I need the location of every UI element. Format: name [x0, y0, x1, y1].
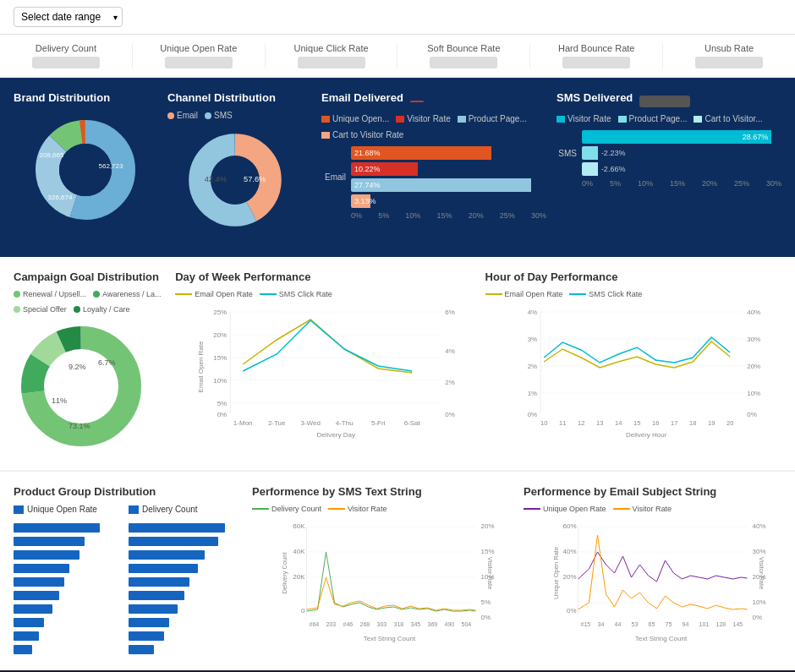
- metric-label-delivery: Delivery Count: [0, 43, 132, 53]
- svg-rect-77: [14, 577, 64, 587]
- svg-text:326,674: 326,674: [48, 194, 73, 201]
- channel-legend: Email SMS: [167, 111, 311, 120]
- hod-email: Email Open Rate: [485, 290, 563, 298]
- svg-text:6-Sat: 6-Sat: [404, 419, 421, 427]
- email-stacked-row1: 21.68%: [351, 146, 546, 160]
- svg-text:303: 303: [377, 621, 387, 627]
- sms-axis-15: 15%: [670, 179, 685, 188]
- svg-rect-80: [14, 618, 44, 627]
- metric-value-delivery: [32, 57, 100, 68]
- email-stacked-row3: 27.74%: [351, 178, 546, 192]
- axis-5: 5%: [378, 211, 389, 220]
- metric-value-click: [298, 57, 365, 68]
- esl-visitor-label: Visitor Rate: [633, 505, 672, 513]
- email-delivered-card: Email Delivered Unique Open... Visitor R…: [321, 91, 546, 243]
- cg-renewal: Renewal / Upsell...: [14, 290, 86, 298]
- product-right-chart: Delivery Count: [129, 505, 238, 657]
- svg-text:10%: 10%: [753, 598, 766, 606]
- svg-text:44: 44: [615, 621, 622, 627]
- channel-distribution-title: Channel Distribution: [167, 91, 311, 104]
- sms-bar-visitor-val: 28.67%: [739, 133, 772, 141]
- svg-text:40%: 40%: [753, 522, 766, 530]
- el-visitor: Visitor Rate: [396, 114, 451, 123]
- svg-text:34: 34: [598, 621, 605, 627]
- svg-text:3-Wed: 3-Wed: [301, 419, 321, 427]
- brand-donut: 562,723 326,674 208,665: [26, 111, 145, 229]
- cg-renewal-dot: [14, 291, 20, 298]
- bottom-section: Product Group Distribution Unique Open R…: [0, 472, 795, 670]
- dow-email: Email Open Rate: [175, 290, 253, 298]
- svg-text:11: 11: [559, 419, 566, 427]
- svg-rect-82: [14, 645, 32, 654]
- esl-open-label: Unique Open Rate: [543, 505, 606, 513]
- hod-email-label: Email Open Rate: [505, 290, 563, 298]
- svg-text:19: 19: [708, 419, 715, 427]
- svg-text:0%: 0%: [445, 411, 455, 418]
- svg-text:65: 65: [649, 621, 655, 627]
- sms-delivered-title: SMS Delivered: [556, 91, 633, 104]
- el-cart: Cart to Visitor Rate: [321, 130, 403, 139]
- product-left-legend-icon: [14, 505, 24, 514]
- svg-text:268: 268: [360, 621, 370, 627]
- svg-text:53: 53: [632, 621, 639, 627]
- metric-value-hard: [562, 57, 630, 68]
- el-visitor-icon: [396, 116, 404, 123]
- svg-rect-87: [129, 577, 189, 587]
- esl-open-line: [524, 508, 540, 510]
- svg-text:20%: 20%: [747, 363, 760, 370]
- svg-text:15: 15: [633, 419, 640, 427]
- dark-section: Brand Distribution 562,723 326,674 208,6…: [0, 78, 795, 257]
- email-axis-labels: 0% 5% 10% 15% 20% 25% 30%: [351, 211, 546, 220]
- svg-text:Unique Open Rate: Unique Open Rate: [552, 547, 560, 599]
- sms-legend-label: SMS: [214, 111, 233, 120]
- esl-visitor-line: [613, 508, 630, 510]
- svg-text:Text String Count: Text String Count: [635, 635, 688, 642]
- date-range-select[interactable]: Select date range: [14, 7, 123, 27]
- svg-text:12: 12: [578, 419, 584, 427]
- product-left-chart: Unique Open Rate: [14, 505, 115, 657]
- svg-text:10: 10: [540, 419, 547, 427]
- dow-sms: SMS Click Rate: [260, 290, 332, 298]
- svg-text:#64: #64: [310, 621, 320, 627]
- svg-rect-89: [129, 604, 178, 614]
- bar-unique-open-val: 21.68%: [351, 149, 384, 157]
- cg-loyalty-dot: [74, 306, 80, 313]
- svg-text:25%: 25%: [213, 309, 227, 316]
- email-stacked-row4: 3.13%: [351, 194, 546, 208]
- sms-value-badge: [639, 96, 690, 107]
- svg-point-4: [59, 144, 112, 196]
- date-range-wrapper[interactable]: Select date range: [14, 7, 123, 27]
- svg-text:0%: 0%: [217, 411, 228, 418]
- bar-cart-val: 3.13%: [351, 197, 380, 205]
- day-of-week-title: Day of Week Performance: [175, 270, 471, 283]
- sms-text-delivery-line: [307, 552, 476, 611]
- product-group-charts: Unique Open Rate: [14, 505, 238, 657]
- sms-legend-dot: [205, 112, 211, 119]
- product-right-legend: Delivery Count: [129, 505, 238, 514]
- product-left-svg: [14, 519, 115, 654]
- email-axis: 0% 5% 10% 15% 20% 25% 30%: [351, 211, 546, 220]
- email-visitor-line: [578, 535, 748, 609]
- sms-axis-25: 25%: [734, 179, 749, 188]
- svg-rect-86: [129, 564, 198, 573]
- svg-text:73.1%: 73.1%: [69, 422, 90, 430]
- svg-text:4%: 4%: [527, 309, 537, 316]
- dow-sms-line: [260, 293, 277, 295]
- bar-visitor-val: 10.22%: [351, 165, 384, 173]
- svg-text:0%: 0%: [481, 614, 491, 621]
- metric-label-click: Unique Click Rate: [266, 43, 398, 53]
- email-subject-legend: Unique Open Rate Visitor Rate: [524, 505, 781, 513]
- sms-axis-0: 0%: [582, 179, 593, 188]
- channel-legend-sms: SMS: [205, 111, 233, 120]
- svg-text:15%: 15%: [213, 354, 227, 362]
- svg-rect-81: [14, 631, 39, 641]
- stl-delivery-label: Delivery Count: [271, 505, 321, 513]
- svg-text:Delivery Count: Delivery Count: [281, 551, 288, 593]
- email-subject-svg: 60% 40% 20% 0% 40% 30% 20% 10% 0% #15 34…: [524, 518, 781, 653]
- axis-0: 0%: [351, 211, 362, 220]
- svg-text:14: 14: [615, 419, 622, 427]
- svg-text:10%: 10%: [747, 390, 760, 397]
- svg-text:20%: 20%: [562, 573, 576, 581]
- hod-sms-line: [569, 293, 586, 295]
- svg-text:504: 504: [462, 621, 472, 627]
